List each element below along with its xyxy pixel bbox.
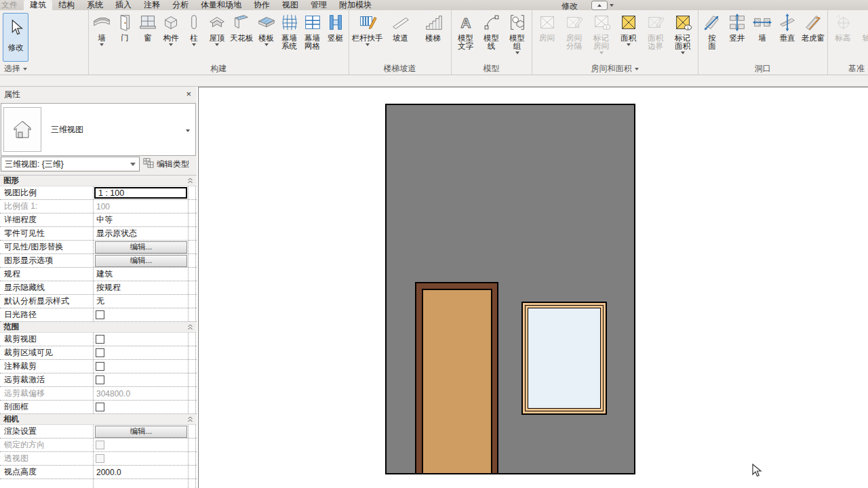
prop-value-input[interactable]: 1 : 100 bbox=[94, 187, 187, 199]
chevron-down-icon bbox=[610, 4, 614, 9]
ribbon-btn-tag-area[interactable]: 1标记 面积 bbox=[669, 12, 696, 56]
prop-row-1-5: 剖面框 bbox=[0, 401, 197, 414]
ribbon-btn-roof[interactable]: 屋顶 bbox=[205, 12, 229, 48]
mullion-icon bbox=[326, 12, 346, 33]
tab-0[interactable]: 文件 bbox=[0, 0, 24, 10]
prop-label: 规程 bbox=[0, 268, 94, 281]
ribbon-btn-dormer[interactable]: 老虎窗 bbox=[800, 12, 827, 42]
prop-value[interactable]: 按规程 bbox=[94, 282, 121, 293]
prop-checkbox[interactable] bbox=[96, 403, 104, 411]
ribbon-btn-window[interactable]: 窗 bbox=[136, 12, 159, 42]
prop-row-0-5: 图形显示选项编辑... bbox=[0, 254, 197, 268]
ribbon-panel-2: A模型 文字模型 线模型 组模型 bbox=[452, 10, 532, 75]
tab-7[interactable]: 体量和场地 bbox=[195, 0, 248, 10]
ribbon-collapse-button[interactable] bbox=[591, 1, 614, 10]
type-selector[interactable]: 三维视图 bbox=[1, 103, 196, 156]
prop-checkbox[interactable] bbox=[96, 310, 104, 319]
close-icon[interactable]: × bbox=[186, 90, 191, 98]
ribbon-btn-by-face[interactable]: 按 面 bbox=[700, 12, 725, 50]
ribbon-btn-ramp[interactable]: 坡道 bbox=[384, 12, 417, 42]
ribbon-btn-model-group[interactable]: 模型 组 bbox=[505, 12, 530, 56]
selection-panel-label[interactable]: 选择 bbox=[0, 63, 88, 75]
ribbon-btn-mullion[interactable]: 竖梃 bbox=[324, 12, 347, 42]
ribbon-btn-shaft[interactable]: 竖井 bbox=[725, 12, 750, 42]
ribbon-btn-curtain-system[interactable]: 幕墙 系统 bbox=[278, 12, 301, 50]
chevron-down-icon bbox=[264, 43, 269, 48]
prop-label: 详细程度 bbox=[0, 214, 94, 226]
ribbon-btn-railing[interactable]: 栏杆扶手 bbox=[351, 12, 384, 48]
options-bar bbox=[0, 75, 868, 87]
prop-checkbox[interactable] bbox=[96, 335, 104, 344]
modify-button[interactable]: 修改 bbox=[3, 13, 28, 62]
dormer-icon bbox=[803, 12, 823, 33]
revit-window: 文件建筑结构系统插入注释分析体量和场地协作视图管理附加模块 修改 修改 选择 墙… bbox=[0, 0, 868, 488]
ribbon-btn-ceiling[interactable]: 天花板 bbox=[229, 12, 255, 42]
prop-edit-button[interactable]: 编辑... bbox=[95, 426, 187, 438]
prop-edit-button[interactable]: 编辑... bbox=[95, 241, 187, 253]
ribbon-btn-model-text[interactable]: A模型 文字 bbox=[453, 12, 479, 50]
ribbon-btn-wall-opening[interactable]: 墙 bbox=[750, 12, 775, 42]
window-icon bbox=[138, 12, 158, 33]
vertical-opening-icon bbox=[777, 12, 797, 33]
room-separator-icon bbox=[564, 12, 585, 33]
svg-text:1: 1 bbox=[687, 26, 689, 30]
instance-selector-combobox[interactable]: 三维视图: {三维} bbox=[1, 157, 140, 171]
prop-row-0-8: 默认分析显示样式无 bbox=[0, 295, 197, 308]
tab-2[interactable]: 结构 bbox=[52, 0, 81, 10]
ribbon-btn-room-separator: 房间 分隔 bbox=[561, 12, 588, 50]
tab-9[interactable]: 视图 bbox=[276, 0, 304, 10]
tab-5[interactable]: 注释 bbox=[138, 0, 166, 10]
ribbon-btn-wall[interactable]: 墙 bbox=[90, 12, 113, 48]
prop-checkbox[interactable] bbox=[96, 362, 104, 371]
prop-group-0[interactable]: 图形 bbox=[0, 176, 197, 186]
ribbon-panel-label-1: 楼梯坡道 bbox=[349, 63, 451, 75]
drawing-area[interactable] bbox=[198, 87, 868, 488]
ribbon-btn-area[interactable]: 面积 bbox=[615, 12, 642, 48]
prop-row-1-2: 注释裁剪 bbox=[0, 360, 197, 373]
chevron-down-icon bbox=[130, 163, 136, 169]
prop-value[interactable]: 中等 bbox=[94, 214, 113, 226]
ribbon-btn-door[interactable]: 门 bbox=[113, 12, 136, 42]
ribbon-btn-stair[interactable]: 楼梯 bbox=[417, 12, 450, 42]
tab-11[interactable]: 附加模块 bbox=[333, 0, 378, 10]
collapse-panel-icon bbox=[591, 1, 608, 10]
prop-value[interactable]: 显示原状态 bbox=[94, 228, 137, 239]
prop-checkbox bbox=[96, 454, 104, 463]
tab-8[interactable]: 协作 bbox=[248, 0, 276, 10]
prop-row-2-2: 透视图 bbox=[0, 452, 197, 466]
prop-group-1[interactable]: 范围 bbox=[0, 322, 197, 333]
ramp-icon bbox=[391, 12, 411, 33]
prop-value[interactable]: 建筑 bbox=[94, 268, 113, 280]
floor-icon bbox=[256, 12, 277, 33]
ribbon-btn-curtain-grid[interactable]: 幕墙 网格 bbox=[301, 12, 324, 50]
edit-type-button[interactable]: 编辑类型 bbox=[140, 157, 196, 171]
prop-group-2[interactable]: 相机 bbox=[0, 414, 197, 425]
prop-row-0-7: 显示隐藏线按规程 bbox=[0, 281, 197, 295]
ribbon-btn-column[interactable]: 柱 bbox=[182, 12, 205, 48]
window-glass bbox=[528, 308, 601, 409]
ribbon-btn-model-line[interactable]: 模型 线 bbox=[479, 12, 505, 50]
ribbon-btn-floor[interactable]: 楼板 bbox=[255, 12, 278, 48]
prop-checkbox[interactable] bbox=[96, 348, 104, 357]
prop-value[interactable]: 无 bbox=[94, 296, 104, 307]
chevron-down-icon bbox=[215, 43, 219, 48]
ribbon-panel-0: 墙门窗构件柱屋顶天花板楼板幕墙 系统幕墙 网格竖梃构建 bbox=[89, 10, 349, 75]
window-element[interactable] bbox=[521, 302, 607, 415]
prop-edit-button[interactable]: 编辑... bbox=[95, 255, 187, 267]
tab-10[interactable]: 管理 bbox=[304, 0, 333, 10]
svg-text:-.1: -.1 bbox=[836, 14, 841, 18]
tab-3[interactable]: 系统 bbox=[81, 0, 109, 10]
prop-checkbox[interactable] bbox=[96, 375, 104, 384]
ribbon-btn-component[interactable]: 构件 bbox=[159, 12, 182, 48]
ribbon-panel-label-3[interactable]: 房间和面积 bbox=[532, 63, 698, 75]
prop-value[interactable]: 2000.0 bbox=[94, 468, 121, 477]
tag-area-icon: 1 bbox=[673, 12, 693, 33]
tab-4[interactable]: 插入 bbox=[109, 0, 138, 10]
door-icon bbox=[115, 12, 135, 33]
prop-label: 默认分析显示样式 bbox=[0, 295, 94, 308]
tab-6[interactable]: 分析 bbox=[166, 0, 195, 10]
tab-1[interactable]: 建筑 bbox=[24, 0, 52, 10]
ribbon-btn-vertical-opening[interactable]: 垂直 bbox=[775, 12, 800, 42]
chevron-down-icon bbox=[169, 43, 173, 48]
prop-label: 剖面框 bbox=[0, 401, 94, 413]
